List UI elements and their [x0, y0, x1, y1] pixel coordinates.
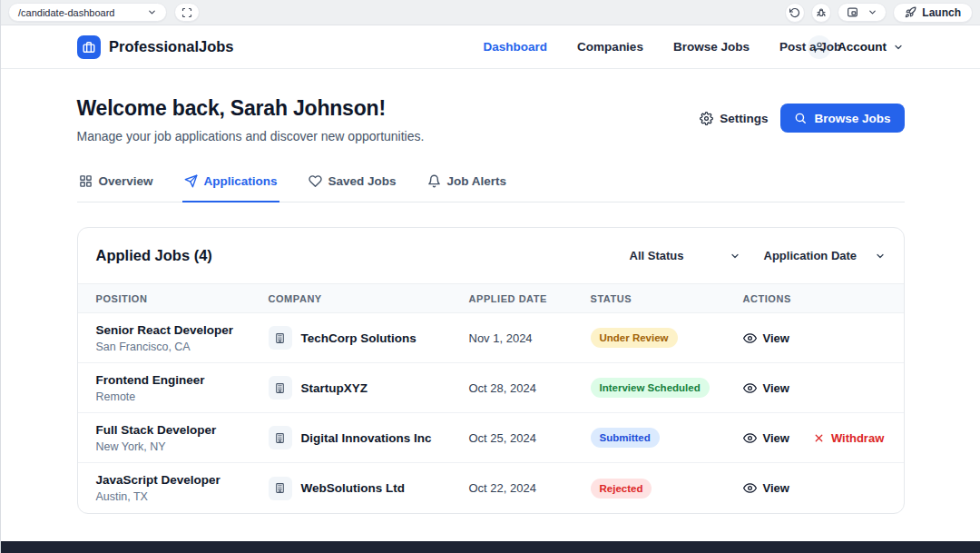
table-header: POSITION COMPANY APPLIED DATE STATUS ACT…: [78, 283, 904, 313]
position-title: Senior React Developer: [96, 323, 269, 337]
debug-icon: [816, 7, 827, 18]
chevron-down-icon: [893, 42, 904, 53]
nav-browse-jobs[interactable]: Browse Jobs: [673, 40, 750, 54]
chevron-down-icon: [730, 251, 740, 262]
eye-icon: [743, 431, 757, 445]
chevron-down-icon: [875, 251, 886, 262]
view-button[interactable]: View: [743, 381, 789, 395]
settings-button[interactable]: Settings: [700, 112, 768, 125]
tab-overview[interactable]: Overview: [77, 169, 155, 202]
company-name: Digital Innovations Inc: [301, 431, 432, 445]
grid-icon: [79, 174, 93, 188]
column-header-position: POSITION: [96, 293, 269, 304]
sort-select[interactable]: Application Date: [764, 249, 886, 262]
company-name: StartupXYZ: [301, 381, 368, 395]
tab-job-alerts[interactable]: Job Alerts: [426, 169, 509, 202]
applied-date: Oct 25, 2024: [469, 431, 591, 445]
eye-icon: [743, 331, 757, 345]
brand[interactable]: ProfessionalJobs: [77, 35, 234, 59]
brand-name: ProfessionalJobs: [109, 38, 234, 55]
column-header-actions: ACTIONS: [743, 293, 886, 304]
building-icon: [269, 477, 292, 500]
eye-icon: [743, 381, 757, 395]
position-location: Austin, TX: [96, 490, 269, 503]
applied-date: Oct 28, 2024: [469, 381, 591, 395]
close-icon: [813, 432, 825, 444]
tab-label: Saved Jobs: [328, 174, 397, 188]
route-label: /candidate-dashboard: [18, 7, 114, 18]
briefcase-logo-icon: [77, 35, 101, 59]
browse-jobs-label: Browse Jobs: [814, 112, 890, 125]
status-badge: Interview Scheduled: [591, 378, 710, 398]
account-label: Account: [838, 40, 887, 54]
view-label: View: [763, 381, 789, 395]
position-location: San Francisco, CA: [96, 341, 269, 353]
chevron-down-icon: [867, 7, 877, 17]
company-name: WebSolutions Ltd: [301, 481, 406, 495]
view-label: View: [763, 331, 789, 345]
nav-post-a-job[interactable]: Post a Job: [779, 40, 841, 54]
view-button[interactable]: View: [743, 481, 789, 495]
applied-date: Oct 22, 2024: [469, 481, 591, 495]
page-subtitle: Manage your job applications and discove…: [77, 129, 425, 143]
view-label: View: [763, 431, 789, 445]
tab-label: Overview: [99, 174, 153, 188]
building-icon: [269, 326, 292, 350]
dev-toolbar: /candidate-dashboard: [1, 0, 980, 25]
column-header-company: COMPANY: [269, 293, 469, 304]
main-nav: Dashboard Companies Browse Jobs Post a J…: [484, 25, 842, 68]
refresh-button[interactable]: [785, 3, 805, 23]
status-badge: Under Review: [591, 328, 678, 348]
status-filter-value: All Status: [630, 249, 684, 262]
column-header-applied-date: APPLIED DATE: [469, 293, 591, 304]
settings-label: Settings: [720, 112, 768, 125]
rocket-icon: [905, 6, 916, 18]
browse-jobs-button[interactable]: Browse Jobs: [780, 104, 904, 133]
heart-icon: [309, 174, 322, 188]
tab-saved-jobs[interactable]: Saved Jobs: [307, 169, 398, 202]
withdraw-label: Withdraw: [831, 431, 884, 445]
fullscreen-button[interactable]: [174, 3, 200, 22]
dashboard-tabs: Overview Applications Saved Jobs Job Ale…: [77, 169, 905, 202]
position-title: JavaScript Developer: [96, 473, 269, 487]
building-icon: [269, 376, 292, 400]
fullscreen-icon: [181, 7, 192, 18]
bottom-bar: [1, 541, 980, 553]
status-badge: Submitted: [591, 428, 660, 448]
view-button[interactable]: View: [743, 431, 789, 445]
tab-applications[interactable]: Applications: [182, 169, 279, 202]
view-button[interactable]: View: [743, 331, 789, 345]
status-badge: Rejected: [591, 479, 652, 499]
tab-label: Job Alerts: [447, 174, 507, 188]
table-row: JavaScript Developer Austin, TX WebSolut…: [78, 463, 904, 513]
position-title: Full Stack Developer: [96, 423, 269, 437]
chevron-down-icon: [147, 7, 157, 17]
search-icon: [794, 112, 807, 124]
launch-button[interactable]: Launch: [893, 3, 973, 23]
launch-label: Launch: [922, 6, 961, 19]
nav-dashboard[interactable]: Dashboard: [484, 40, 548, 54]
route-selector[interactable]: /candidate-dashboard: [8, 3, 167, 22]
debug-button[interactable]: [811, 3, 831, 23]
page-title: Welcome back, Sarah Johnson!: [77, 96, 425, 121]
building-icon: [269, 426, 292, 449]
sort-value: Application Date: [764, 249, 858, 262]
company-name: TechCorp Solutions: [301, 331, 416, 345]
bell-icon: [427, 174, 441, 188]
window-mode-selector[interactable]: [838, 3, 887, 22]
eye-icon: [743, 481, 757, 495]
gear-icon: [700, 112, 713, 125]
table-row: Full Stack Developer New York, NY Digita…: [78, 413, 904, 463]
app-window-icon: [847, 6, 858, 18]
send-icon: [184, 174, 198, 188]
applied-date: Nov 1, 2024: [469, 331, 591, 345]
withdraw-button[interactable]: Withdraw: [813, 431, 884, 445]
rotate-ccw-icon: [789, 7, 800, 18]
position-title: Frontend Engineer: [96, 373, 269, 387]
welcome-section: Welcome back, Sarah Johnson! Manage your…: [77, 96, 905, 143]
nav-companies[interactable]: Companies: [577, 40, 643, 54]
app-header: ProfessionalJobs Dashboard Companies Bro…: [1, 25, 980, 69]
table-row: Senior React Developer San Francisco, CA…: [78, 313, 904, 363]
column-header-status: STATUS: [591, 293, 743, 304]
status-filter-select[interactable]: All Status: [630, 249, 740, 262]
